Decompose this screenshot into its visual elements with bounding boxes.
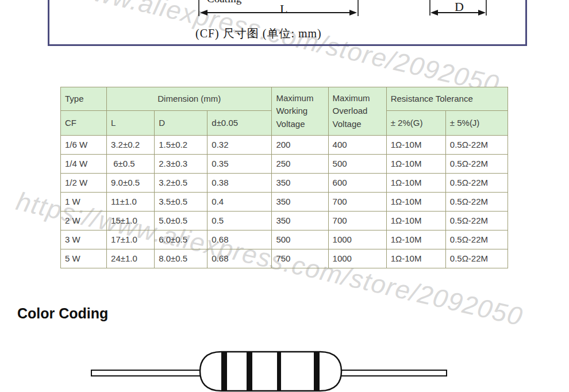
table-row: 1/4 W 6±0.52.3±0.30.352505001Ω-10M0.5Ω-2… [61,155,508,174]
resistor-left-lead [91,370,201,376]
table-cell: 1Ω-10M [386,230,445,249]
col-header-max-working-voltage: Maximum Working Voltage [272,87,328,136]
col-header-max-overload-voltage: Maximum Overload Voltage [328,87,386,136]
table-cell: 0.5Ω-22M [445,193,508,212]
resistor-band-2 [247,351,252,392]
table-cell: 1Ω-10M [386,249,445,268]
table-cell: 2 W [61,212,107,230]
table-cell: 3.2±0.2 [107,136,155,155]
col-header-d: D [155,111,207,136]
table-row: 2 W15±1.05.0±0.50.53507001Ω-10M0.5Ω-22M [61,212,508,230]
table-cell: 0.68 [207,230,272,249]
table-cell: 0.5Ω-22M [445,155,508,174]
table-cell: 1/4 W [61,155,107,174]
table-cell: 350 [272,193,328,212]
table-cell: 350 [272,212,328,230]
resistor-right-lead [340,370,447,376]
table-cell: 1Ω-10M [386,174,445,193]
coating-label: Coating [207,0,241,5]
table-cell: 250 [272,155,328,174]
table-cell: 9.0±0.5 [107,174,155,193]
table-cell: 1000 [328,249,386,268]
table-cell: 15±1.0 [107,212,155,230]
table-cell: 0.32 [207,136,272,155]
table-cell: 5 W [61,249,107,268]
table-cell: 17±1.0 [107,230,155,249]
table-cell: 1000 [328,230,386,249]
table-cell: 1Ω-10M [386,155,445,174]
table-cell: 1Ω-10M [386,193,445,212]
header-row-1: Type Dimension (mm) Maximum Working Volt… [61,87,508,111]
table-cell: 2.3±0.3 [155,155,207,174]
resistor-body [200,352,341,391]
table-cell: 600 [328,174,386,193]
resistor-band-1 [221,351,227,392]
table-cell: 700 [328,212,386,230]
table-cell: 3.2±0.5 [155,174,207,193]
table-cell: 1/6 W [61,136,107,155]
table-cell: 0.5Ω-22M [445,249,508,268]
table-cell: 0.5Ω-22M [445,174,508,193]
table-cell: 8.0±0.5 [155,249,207,268]
table-cell: 200 [272,136,328,155]
resistor-band-4 [314,351,320,392]
table-cell: 0.35 [207,155,272,174]
table-cell: 11±1.0 [107,193,155,212]
table-row: 3 W17±1.06.0±0.50.6850010001Ω-10M0.5Ω-22… [61,230,508,249]
table-cell: 0.5Ω-22M [445,230,508,249]
table-cell: 0.68 [207,249,272,268]
table-cell: 0.4 [207,193,272,212]
col-header-cf: CF [61,111,107,136]
table-cell: 1Ω-10M [386,212,445,230]
resistor-band-3 [277,351,281,392]
table-row: 1 W11±1.03.5±0.50.43507001Ω-10M0.5Ω-22M [61,193,508,212]
table-row: 5 W24±1.08.0±0.50.6875010001Ω-10M0.5Ω-22… [61,249,508,268]
table-cell: 0.38 [207,174,272,193]
col-header-tol-2pct: ± 2%(G) [386,111,445,136]
col-header-type: Type [61,87,107,111]
col-header-l: L [107,111,155,136]
table-cell: 500 [272,230,328,249]
diameter-dimension-label: D [455,0,464,14]
table-cell: 1 W [61,193,107,212]
col-header-tol-5pct: ± 5%(J) [445,111,508,136]
table-cell: 6±0.5 [107,155,155,174]
col-header-resistance-tolerance: Resistance Tolerance [386,87,508,111]
table-cell: 3.5±0.5 [155,193,207,212]
table-cell: 0.5Ω-22M [445,136,508,155]
length-dimension-label: L [280,2,287,17]
col-header-dimension: Dimension (mm) [107,87,272,111]
table-row: 1/6 W3.2±0.21.5±0.20.322004001Ω-10M0.5Ω-… [61,136,508,155]
table-cell: 500 [328,155,386,174]
table-cell: 750 [272,249,328,268]
table-cell: 1.5±0.2 [155,136,207,155]
table-cell: 1Ω-10M [386,136,445,155]
table-cell: 700 [328,193,386,212]
col-header-d-small: d±0.05 [207,111,272,136]
table-cell: 400 [328,136,386,155]
table-cell: 350 [272,174,328,193]
section-heading-color-coding: Color Coding [17,305,108,322]
page: https://www.aliexpress.com/store/2092050… [0,0,569,392]
resistor-color-bands [221,351,320,392]
table-cell: 1/2 W [61,174,107,193]
table-cell: 0.5Ω-22M [445,212,508,230]
diagram-caption: (CF) 尺寸图 (单位: mm) [195,26,322,41]
spec-table-body: 1/6 W3.2±0.21.5±0.20.322004001Ω-10M0.5Ω-… [61,136,508,268]
table-row: 1/2 W9.0±0.53.2±0.50.383506001Ω-10M0.5Ω-… [61,174,508,193]
table-cell: 0.5 [207,212,272,230]
table-cell: 5.0±0.5 [155,212,207,230]
table-cell: 6.0±0.5 [155,230,207,249]
table-cell: 3 W [61,230,107,249]
spec-table: Type Dimension (mm) Maximum Working Volt… [60,87,508,268]
table-cell: 24±1.0 [107,249,155,268]
